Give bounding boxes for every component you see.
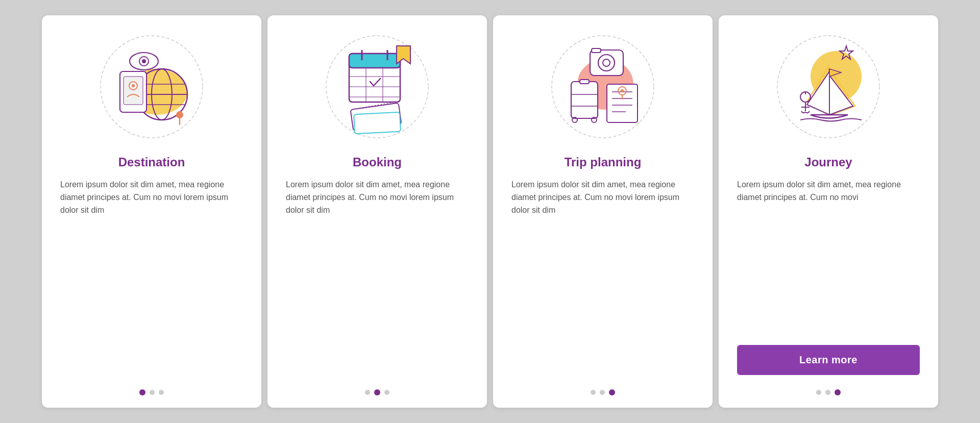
svg-rect-32 [590, 50, 623, 76]
cards-container: Destination Lorem ipsum dolor sit dim am… [27, 0, 953, 423]
destination-dots [139, 389, 164, 395]
journey-dots [816, 389, 841, 395]
booking-card: ✈ Booking Lorem ipsum dolor sit dim amet… [267, 15, 487, 408]
dot-3 [835, 389, 841, 395]
svg-point-13 [142, 59, 146, 63]
dot-1 [591, 390, 596, 395]
booking-illustration: ✈ [321, 31, 433, 143]
trip-planning-title: Trip planning [565, 155, 642, 169]
dot-1 [139, 389, 145, 395]
svg-point-15 [176, 111, 183, 118]
destination-illustration [95, 31, 208, 143]
dot-2 [600, 390, 605, 395]
destination-title: Destination [118, 155, 185, 169]
dot-2 [374, 389, 380, 395]
svg-rect-36 [571, 82, 598, 118]
booking-dots [365, 389, 389, 395]
svg-rect-39 [580, 80, 589, 84]
booking-text: Lorem ipsum dolor sit dim amet, mea regi… [286, 179, 469, 379]
dot-3 [384, 390, 389, 395]
svg-point-49 [621, 89, 624, 92]
dot-1 [365, 390, 370, 395]
destination-text: Lorem ipsum dolor sit dim amet, mea regi… [60, 179, 243, 379]
trip-planning-card: Trip planning Lorem ipsum dolor sit dim … [493, 15, 713, 408]
journey-card: Journey Lorem ipsum dolor sit dim amet, … [719, 15, 938, 408]
dot-3 [159, 390, 164, 395]
svg-rect-29 [354, 112, 401, 134]
journey-text: Lorem ipsum dolor sit dim amet, mea regi… [737, 179, 920, 337]
destination-card: Destination Lorem ipsum dolor sit dim am… [42, 15, 261, 408]
trip-planning-text: Lorem ipsum dolor sit dim amet, mea regi… [511, 179, 694, 379]
dot-1 [816, 390, 821, 395]
journey-illustration [772, 31, 885, 143]
svg-point-10 [132, 84, 135, 87]
learn-more-button[interactable]: Learn more [737, 345, 920, 375]
svg-rect-35 [592, 48, 601, 53]
svg-rect-8 [124, 77, 143, 105]
booking-title: Booking [353, 155, 402, 169]
dot-3 [609, 389, 615, 395]
trip-planning-illustration [547, 31, 659, 143]
dot-2 [825, 390, 830, 395]
journey-title: Journey [804, 155, 852, 169]
dot-2 [150, 390, 155, 395]
trip-planning-dots [591, 389, 615, 395]
svg-rect-18 [349, 54, 400, 68]
